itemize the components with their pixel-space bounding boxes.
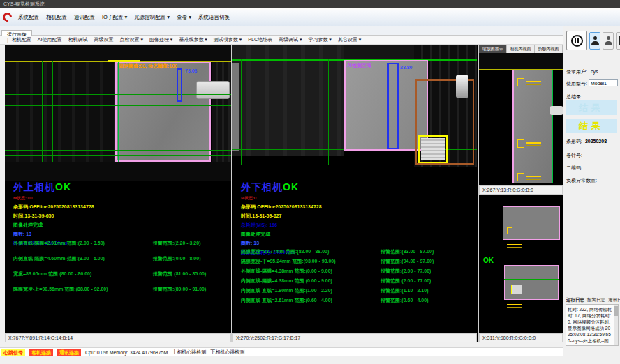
- log-tab[interactable]: 运行日志: [566, 297, 584, 303]
- app-logo-icon: [1, 10, 13, 23]
- toolbar-item[interactable]: 高级设置: [94, 36, 113, 43]
- toolbar-item[interactable]: 基准线参数 ▾: [179, 36, 207, 43]
- menu-item[interactable]: 系统语言切换: [198, 14, 230, 21]
- result-display-camera2: 结果: [566, 119, 617, 133]
- control-panel: 登录用户: cys 使用型号: Model1 总结果: 结果 结果 条形码: 2…: [563, 26, 620, 364]
- menu: 系统配置相机配置通讯配置IO子配置 ▾光源控制配置 ▾查看 ▾系统语言切换: [18, 14, 230, 21]
- machine-texture: [212, 61, 231, 162]
- measurement-row: 隔膜宽度=83.77mm 范围:(82.00 - 88.00) 报警范围:(83…: [241, 248, 434, 255]
- overlay-green-line: [5, 94, 231, 95]
- measurement-row: 宽度=83.05mm 范围:(80.00 - 86.00) 报警范围:(81.0…: [13, 271, 206, 278]
- ai-region-label: AI检测区域: [347, 62, 371, 69]
- camera-name: 外上相机: [13, 181, 55, 192]
- title-bar: CYS-视觉检测系统: [0, 0, 620, 8]
- toolbar-item[interactable]: AI使用配置: [38, 36, 62, 43]
- menu-item[interactable]: 相机配置: [46, 14, 67, 21]
- log-box[interactable]: 耗时: 222, 网络传输耗时: 17, 网络分发耗时: 0, 网络视频分区耗时…: [566, 304, 619, 346]
- overlay-green-vline: [328, 59, 329, 165]
- measurement-alarm: 报警范围:(94.00 - 97.00): [381, 258, 434, 265]
- model-select[interactable]: Model1: [589, 79, 618, 86]
- measurement-row: 外侧直线-隔膜=2.91mm 范围:(2.00 - 3.50) 报警范围:(2.…: [13, 240, 206, 247]
- overlay-green-line: [504, 279, 559, 280]
- count-line: 圈数: 13: [13, 231, 223, 238]
- overlay-green-line: [503, 215, 560, 215]
- annotation-text-mark: [526, 176, 541, 177]
- toolbar-item[interactable]: 相机调试: [68, 36, 87, 43]
- log-tabs: 运行日志报警日志通讯日志: [566, 297, 620, 303]
- machine-texture: [5, 45, 231, 61]
- toolbar-item[interactable]: 测试项参数 ▾: [214, 36, 242, 43]
- machine-texture: [344, 45, 414, 60]
- menu-item[interactable]: 系统配置: [18, 14, 39, 21]
- user-login-button[interactable]: [589, 32, 600, 50]
- pause-button[interactable]: [566, 31, 587, 50]
- coords-preview-bottom: X:311;Y:980;R:0;G:0;B:0: [479, 333, 563, 342]
- camera-view-left[interactable]: 73.03 固定阈值:93, 动态阈值:100 外上相机OK M状态:011 条…: [5, 45, 231, 333]
- user-logout-button[interactable]: [603, 32, 614, 50]
- annotation-marker: [517, 139, 524, 148]
- annotation-text-mark: [507, 244, 522, 245]
- toolbar-item[interactable]: 图像处理 ▾: [149, 36, 172, 43]
- camera-result-title: 外下相机OK: [241, 181, 450, 194]
- measurement-alarm: 报警范围:(89.00 - 91.00): [153, 286, 206, 293]
- neighbor-part-sliver: [232, 63, 239, 151]
- menu-item[interactable]: 查看 ▾: [177, 14, 191, 21]
- barcode-label: 条形码:: [566, 139, 582, 144]
- measure-annotation: 23.80: [400, 65, 413, 70]
- toolbar-item[interactable]: 其它设置 ▾: [338, 36, 361, 43]
- log-tab[interactable]: 通讯日志: [608, 297, 620, 303]
- connector-part: [196, 81, 230, 99]
- overlay-yellow-rect: [511, 285, 522, 294]
- annotation-text-mark: [526, 142, 541, 144]
- menu-item[interactable]: 通讯配置: [74, 14, 95, 21]
- measurement-row: 内侧直线-隔膜=4.60mm 范围:(3.00 - 6.00) 报警范围:(0.…: [13, 255, 206, 262]
- model-label: 使用型号:: [566, 81, 587, 86]
- toolbar: 相机配置AI使用配置相机调试高级设置点检设置 ▾图像处理 ▾基准线参数 ▾测试项…: [0, 36, 563, 45]
- count-line: 圈数: 13: [241, 240, 450, 247]
- measurement-row: 隔膜宽度-上=90.56mm 范围:(88.00 - 92.00) 报警范围:(…: [13, 286, 206, 293]
- measurement-value: 宽度=83.05mm 范围:(80.00 - 86.00): [13, 271, 153, 278]
- camera-view-middle[interactable]: AI检测区域 23.80 外下相机OK M状态:0 条形码:OFFline202…: [232, 45, 477, 333]
- toolbar-item[interactable]: 高级调试 ▾: [279, 36, 302, 43]
- camera-result-title: 外上相机OK: [13, 181, 223, 194]
- toolbar-item[interactable]: 相机配置: [12, 36, 31, 43]
- preview-tab[interactable]: 相机内视图: [507, 45, 535, 53]
- preview-tab[interactable]: 缩放图显示: [479, 45, 507, 53]
- login-user-value: cys: [591, 69, 598, 74]
- measurement-value: 隔膜宽度=83.77mm 范围:(82.00 - 88.00): [241, 248, 381, 255]
- coords-middle: X:270;Y:2502;R:17;G:17;B:17: [232, 333, 477, 342]
- menu-item[interactable]: 光源控制配置 ▾: [134, 14, 170, 21]
- toolbar-item[interactable]: 学习参数 ▾: [308, 36, 331, 43]
- menu-item[interactable]: IO子配置 ▾: [102, 14, 127, 21]
- preview-zoom-panel[interactable]: [479, 53, 563, 185]
- log-tab[interactable]: 报警日志: [587, 297, 605, 303]
- log-scrollbar[interactable]: [614, 305, 618, 345]
- measurement-alarm: 报警范围:(2.20 - 3.20): [153, 240, 200, 247]
- machine-texture: [5, 162, 231, 181]
- toolbar-item[interactable]: 点检设置 ▾: [119, 36, 142, 43]
- measurement-row: 外侧直线-隔膜=4.38mm 范围:(0.00 - 9.00) 报警范围:(2.…: [241, 268, 434, 275]
- exit-button[interactable]: [616, 32, 620, 50]
- lower-camera-heartbeat: 下相机心跳检测: [210, 349, 244, 356]
- preview-result-panel[interactable]: OK: [479, 195, 563, 333]
- time-line: 时间:13-31-59-627: [241, 213, 450, 220]
- measurement-value: 内侧直线-隔膜=4.38mm 范围:(0.00 - 9.00): [241, 278, 381, 285]
- pause-icon: [571, 35, 583, 47]
- status-line: M状态:0: [241, 195, 450, 202]
- log-scroll-thumb[interactable]: [614, 306, 618, 316]
- coords-preview-top: X:267;Y:13;R:0;G:0;B:0: [479, 185, 563, 195]
- measurement-row: 内侧直线-直线=2.61mm 范围:(0.60 - 4.00) 报警范围:(0.…: [241, 297, 434, 304]
- measurement-row: 内侧直线-直线=1.90mm 范围:(1.00 - 2.20) 报警范围:(1.…: [241, 287, 434, 294]
- toolbar-item[interactable]: PLC地址表: [248, 36, 272, 43]
- connector-part: [550, 106, 563, 115]
- user-icon: [605, 36, 612, 45]
- comm-connection-badge: 通讯连接: [57, 349, 81, 356]
- result-display-camera1: 结果: [566, 100, 617, 115]
- measurements-left: 外侧直线-隔膜=2.91mm 范围:(2.00 - 3.50) 报警范围:(2.…: [13, 240, 206, 301]
- overlay-green-line: [5, 155, 231, 156]
- measurement-row: 内侧直线-隔膜=4.38mm 范围:(0.00 - 9.00) 报警范围:(2.…: [241, 278, 434, 285]
- annotation-marker: [517, 78, 524, 86]
- highlight-region: [421, 138, 445, 160]
- app-window: CYS-视觉检测系统 系统配置相机配置通讯配置IO子配置 ▾光源控制配置 ▾查看…: [0, 0, 620, 364]
- preview-tab[interactable]: 负极内视图: [535, 45, 563, 53]
